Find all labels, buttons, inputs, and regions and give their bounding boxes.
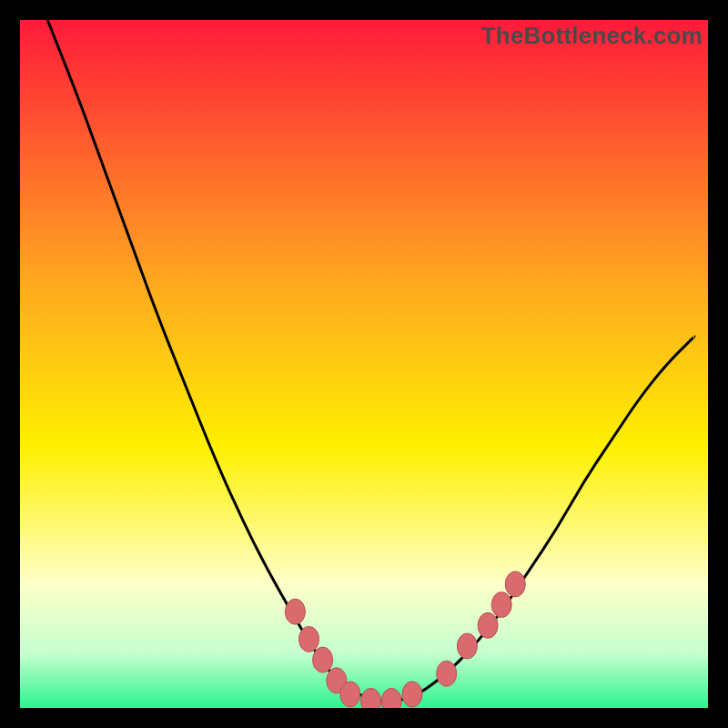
curve-marker: [478, 612, 498, 638]
bottleneck-curve: [20, 20, 708, 708]
plot-area: [20, 20, 708, 708]
curve-marker: [285, 599, 305, 624]
watermark-text: TheBottleneck.com: [481, 22, 703, 50]
curve-marker: [313, 647, 333, 672]
curve-marker: [299, 626, 319, 652]
curve-marker: [491, 592, 511, 618]
curve-marker: [505, 571, 525, 597]
curve-marker: [340, 682, 360, 707]
curve-marker: [437, 661, 457, 686]
curve-marker: [457, 633, 477, 659]
curve-line: [47, 20, 694, 701]
curve-marker: [402, 682, 422, 707]
curve-marker: [381, 688, 401, 708]
curve-marker: [361, 688, 381, 708]
chart-frame: TheBottleneck.com: [20, 20, 708, 708]
curve-markers: [285, 571, 525, 708]
